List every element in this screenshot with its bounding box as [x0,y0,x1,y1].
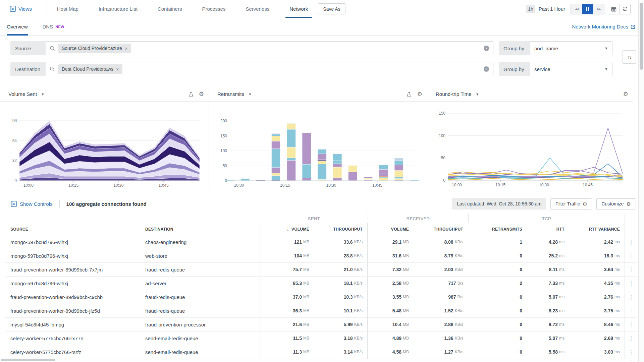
table-row[interactable]: mongo-597bc8d796-wlhxj chaos-engineering… [5,235,637,249]
export-chart-button[interactable] [188,92,194,97]
cell-destination[interactable]: fraud-prevention-processor [145,318,260,331]
round-trip-time-title-dropdown[interactable]: Round-trip Time ▼ [436,91,479,97]
retransmits-chart[interactable]: 20015010050010:0010:1510:3010:45 [209,102,427,187]
cell-source[interactable]: celery-worker-5775cbc766-lx77n [5,331,145,345]
clear-destination-input-icon[interactable]: × [484,66,489,72]
time-backward-button[interactable]: ◀◀ [571,4,582,14]
export-chart-button[interactable] [407,92,412,97]
vertical-scrollbar-thumb[interactable] [640,3,643,70]
clear-source-input-icon[interactable]: × [484,46,489,51]
column-header-rtt-variance[interactable]: RTT VARIANCE [569,223,625,235]
time-forward-button[interactable]: ▶▶ [593,4,604,14]
views-menu[interactable]: » Views [10,6,32,12]
svg-text:0: 0 [14,178,17,183]
cell-source[interactable]: mysql-54c8f4d45-lbmpg [5,318,145,331]
source-filter-pill[interactable]: Source Cloud Provider:azure × [58,44,131,53]
cell-recv-throughput: 1.27KB/s [414,345,468,359]
cell-source[interactable]: fraud-prevention-worker-89d99bcb-7x7jm [5,263,145,276]
cell-destination[interactable]: fraud-redis-queue [145,263,260,276]
table-row[interactable]: mongo-597bc8d796-wlhxj ad-server 65.3MB … [5,277,637,290]
tab-dns[interactable]: DNS NEW [43,18,64,36]
nav-item-serverless[interactable]: Serverless [241,0,273,18]
destination-filter-pill[interactable]: Dest Cloud Provider:aws × [58,64,122,74]
row-menu-icon[interactable]: ⋮ [626,294,636,300]
nav-item-network[interactable]: Network [285,0,312,18]
cell-destination[interactable]: chaos-engineering [145,235,260,249]
round-trip-time-chart[interactable]: 15010050010:0010:1510:3010:45 [427,102,633,187]
chart-settings-button[interactable]: ⚙ [623,91,628,97]
cell-source[interactable]: fraud-prevention-worker-89d99bcb-c9chb [5,290,145,304]
volume-sent-chart[interactable]: 966432010:0010:1510:3010:45 [0,102,209,187]
chart-settings-button[interactable]: ⚙ [199,91,204,97]
column-header-sent-throughput[interactable]: THROUGHPUT [314,223,368,235]
row-menu-icon[interactable]: ⋮ [626,322,636,327]
row-menu-icon[interactable]: ⋮ [626,253,636,259]
table-row[interactable]: mysql-54c8f4d45-lbmpg fraud-prevention-p… [5,318,637,331]
row-menu-icon[interactable]: ⋮ [626,239,636,245]
horizontal-scrollbar-thumb[interactable] [1,359,55,361]
nav-item-infrastructure-list[interactable]: Infrastructure List [95,0,142,18]
table-row-partial[interactable]: ⋮ [5,359,637,362]
column-header-destination[interactable]: DESTINATION [145,223,260,235]
column-header-retransmits[interactable]: RETRANSMITS [468,223,527,235]
filter-traffic-button[interactable]: Filter Traffic ⚙ [550,198,592,209]
remove-source-pill-icon[interactable]: × [125,46,128,51]
row-menu-icon[interactable]: ⋮ [626,336,636,341]
refresh-button[interactable] [619,4,630,14]
cell-destination[interactable]: web-store [145,249,260,262]
table-row[interactable]: fraud-prevention-worker-89d99bcb-c9chb f… [5,290,637,304]
remove-destination-pill-icon[interactable]: × [116,66,119,72]
row-menu-icon[interactable]: ⋮ [626,359,636,362]
table-row[interactable]: fraud-prevention-worker-89d99bcb-jfz5d f… [5,304,637,318]
retransmits-title-dropdown[interactable]: Retransmits ▼ [217,91,252,97]
vertical-scrollbar[interactable] [638,0,644,362]
nav-item-containers[interactable]: Containers [154,0,186,18]
pause-button[interactable] [582,4,593,14]
cell-destination[interactable]: ad-server [145,277,260,290]
table-row[interactable]: celery-worker-5775cbc766-lx77n send-emai… [5,331,637,345]
cell-source[interactable]: celery-worker-5775cbc766-rsrfz [5,345,145,359]
source-search-input[interactable]: Source Cloud Provider:azure × × [46,41,493,55]
gear-icon: ⚙ [627,201,631,206]
destination-search-input[interactable]: Dest Cloud Provider:aws × × [46,62,493,76]
source-group-by-select[interactable]: pod_name ▼ [530,41,612,55]
cell-destination[interactable]: fraud-redis-queue [145,304,260,317]
calendar-button[interactable] [608,4,619,14]
external-link-icon [631,24,635,29]
destination-group-by-select[interactable]: service ▼ [530,62,612,76]
show-controls-button[interactable]: » Show Controls [11,201,53,207]
row-menu-icon[interactable]: ⋮ [626,267,636,273]
tab-overview[interactable]: Overview [7,18,28,36]
row-menu-icon[interactable]: ⋮ [626,308,636,314]
row-menu-icon[interactable]: ⋮ [626,281,636,286]
table-row[interactable]: fraud-prevention-worker-89d99bcb-7x7jm f… [5,263,637,277]
chevron-down-icon: ▼ [41,92,45,96]
nav-item-processes[interactable]: Processes [198,0,229,18]
column-header-sent-volume[interactable]: ↓ VOLUME [260,223,314,235]
cell-source[interactable]: fraud-prevention-worker-89d99bcb-jfz5d [5,304,145,317]
time-range-label[interactable]: Past 1 Hour [539,6,565,12]
cell-source[interactable]: mongo-597bc8d796-wlhxj [5,235,145,249]
table-row[interactable]: mongo-597bc8d796-wlhxj web-store 104MB 2… [5,249,637,263]
chart-settings-button[interactable]: ⚙ [417,91,422,97]
column-header-recv-volume[interactable]: VOLUME [368,223,414,235]
table-row[interactable]: celery-worker-5775cbc766-rsrfz send-emai… [5,345,637,359]
cell-destination[interactable]: send-email-redis-queue [145,345,260,359]
cell-source[interactable]: mongo-597bc8d796-wlhxj [5,249,145,262]
nav-item-host-map[interactable]: Host Map [53,0,83,18]
network-monitoring-docs-link[interactable]: Network Monitoring Docs [572,24,635,29]
swap-source-destination-button[interactable]: ↑↓ [623,50,636,64]
cell-source[interactable]: mongo-597bc8d796-wlhxj [5,277,145,290]
volume-sent-title-dropdown[interactable]: Volume Sent ▼ [8,91,45,97]
save-as-button[interactable]: Save As [318,3,345,14]
cell-destination[interactable]: send-email-redis-queue [145,331,260,345]
cell-actions: ⋮ [625,263,637,276]
row-menu-icon[interactable]: ⋮ [626,349,636,355]
column-header-source[interactable]: SOURCE [5,223,145,235]
customize-button[interactable]: Customize ⚙ [596,198,636,209]
column-header-rtt[interactable]: RTT [527,223,569,235]
time-range-badge[interactable]: 1h [526,5,535,13]
round-trip-time-chart-card: Round-trip Time ▼ ⚙ 15010050010:0010:151… [427,87,633,187]
column-header-recv-throughput[interactable]: THROUGHPUT [414,223,468,235]
cell-destination[interactable]: fraud-redis-queue [145,290,260,304]
